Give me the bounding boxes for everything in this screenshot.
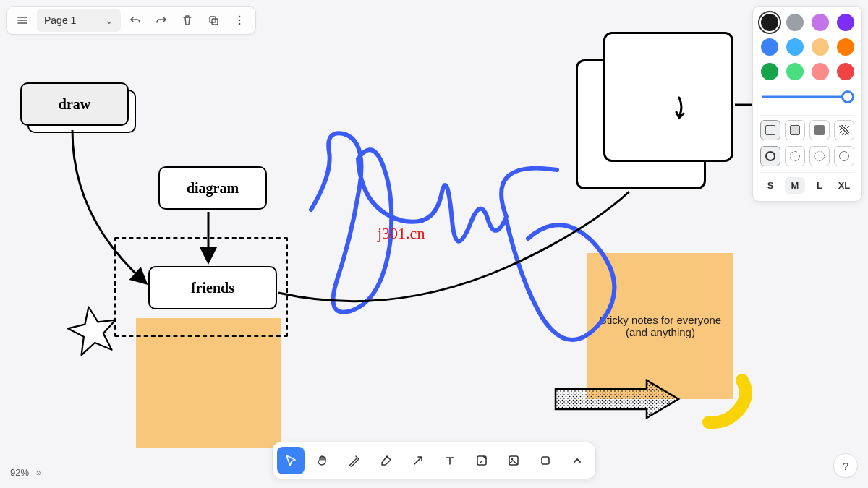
- color-swatch[interactable]: [761, 14, 778, 31]
- color-swatch[interactable]: [837, 14, 854, 31]
- eraser-tool[interactable]: [373, 447, 400, 474]
- friends-box[interactable]: friends: [148, 266, 277, 309]
- note-tool[interactable]: [468, 447, 495, 474]
- zoom-control: 92% »: [10, 467, 41, 478]
- block-arrow[interactable]: [553, 376, 683, 422]
- draw-tool[interactable]: [341, 447, 368, 474]
- dash-options: [760, 146, 854, 166]
- asset-tool[interactable]: [500, 447, 527, 474]
- size-options: SMLXL: [760, 177, 854, 194]
- sticky-small[interactable]: [136, 318, 281, 448]
- delete-button[interactable]: [176, 9, 199, 32]
- diagram-box[interactable]: diagram: [158, 166, 267, 210]
- top-toolbar: Page 1 ⌄: [6, 6, 256, 35]
- svg-point-9: [511, 458, 514, 461]
- fill-pattern[interactable]: [834, 120, 854, 140]
- watermark-text: j301.cn: [378, 224, 425, 243]
- star-shape[interactable]: [65, 302, 120, 357]
- size-option[interactable]: L: [809, 177, 830, 194]
- color-swatch[interactable]: [761, 38, 778, 56]
- select-tool[interactable]: [277, 447, 305, 474]
- diagram-label: diagram: [187, 180, 239, 197]
- svg-point-5: [239, 20, 241, 22]
- dash-solid[interactable]: [760, 146, 780, 166]
- text-tool[interactable]: [436, 447, 464, 474]
- zoom-expand-icon[interactable]: »: [36, 467, 41, 478]
- canvas[interactable]: draw diagram friends Sticky notes for ev…: [0, 0, 868, 488]
- bottom-toolbar: [272, 442, 596, 479]
- color-swatch[interactable]: [837, 38, 854, 56]
- color-swatch[interactable]: [812, 38, 829, 56]
- svg-rect-2: [210, 17, 216, 22]
- hand-tool[interactable]: [309, 447, 336, 474]
- shape-tool[interactable]: [532, 447, 559, 474]
- color-swatch[interactable]: [761, 63, 778, 80]
- menu-button[interactable]: [11, 9, 34, 32]
- friends-label: friends: [191, 280, 234, 296]
- color-swatches: [760, 14, 854, 80]
- dash-dashed[interactable]: [785, 146, 805, 166]
- fill-semi[interactable]: [785, 120, 805, 140]
- help-button[interactable]: ?: [833, 453, 858, 478]
- color-swatch[interactable]: [812, 14, 829, 31]
- color-swatch[interactable]: [786, 63, 804, 80]
- dash-thin[interactable]: [834, 146, 854, 166]
- color-swatch[interactable]: [812, 63, 829, 80]
- color-swatch[interactable]: [786, 38, 804, 56]
- redo-button[interactable]: [150, 9, 173, 32]
- svg-point-4: [239, 16, 241, 18]
- expand-tools[interactable]: [563, 447, 591, 474]
- fill-solid[interactable]: [809, 120, 830, 140]
- svg-rect-3: [212, 19, 218, 25]
- color-swatch[interactable]: [837, 63, 854, 80]
- more-button[interactable]: [228, 9, 251, 32]
- help-label: ?: [843, 460, 848, 472]
- yellow-stroke[interactable]: [699, 373, 757, 431]
- color-swatch[interactable]: [786, 14, 804, 31]
- arrow-tool[interactable]: [404, 447, 432, 474]
- fill-options: [760, 120, 854, 140]
- size-option[interactable]: XL: [834, 177, 854, 194]
- opacity-slider[interactable]: [760, 89, 854, 105]
- style-panel: SMLXL: [752, 6, 862, 202]
- dash-dotted[interactable]: [809, 146, 830, 166]
- draw-box[interactable]: draw: [20, 82, 129, 126]
- size-option[interactable]: S: [760, 177, 780, 194]
- draw-label: draw: [59, 96, 90, 113]
- page-selector[interactable]: Page 1 ⌄: [37, 9, 121, 32]
- handwriting[interactable]: [289, 116, 637, 347]
- size-option[interactable]: M: [785, 177, 805, 194]
- duplicate-button[interactable]: [202, 9, 225, 32]
- svg-point-6: [239, 23, 241, 25]
- zoom-level[interactable]: 92%: [10, 467, 29, 478]
- chevron-down-icon: ⌄: [105, 14, 114, 26]
- page-label: Page 1: [44, 14, 76, 26]
- svg-rect-10: [542, 457, 549, 464]
- undo-button[interactable]: [124, 9, 147, 32]
- fill-none[interactable]: [760, 120, 780, 140]
